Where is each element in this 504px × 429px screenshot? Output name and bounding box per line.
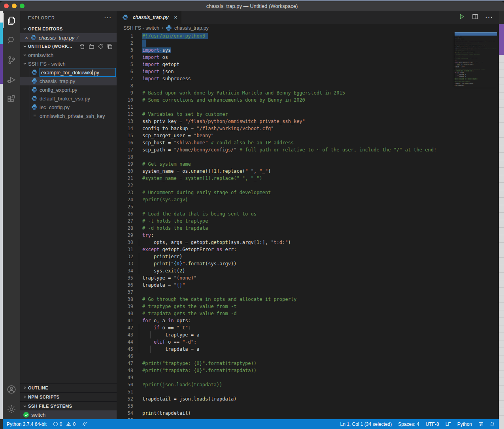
ssh-host-item[interactable]: switch bbox=[20, 410, 117, 419]
code-line-41[interactable]: 41for o, a in opts: bbox=[117, 317, 499, 324]
code-line-5[interactable]: 5import getopt bbox=[117, 61, 499, 68]
code-line-37[interactable]: 37 bbox=[117, 289, 499, 296]
code-line-11[interactable]: 11 bbox=[117, 104, 499, 111]
code-line-25[interactable]: 25 bbox=[117, 203, 499, 210]
account-icon[interactable] bbox=[3, 380, 20, 399]
code-line-45[interactable]: 45 trapdata = a bbox=[117, 346, 499, 353]
code-line-34[interactable]: 34 sys.exit(2) bbox=[117, 267, 499, 274]
breadcrumb-file[interactable]: chassis_trap.py bbox=[174, 25, 209, 31]
cursor-position[interactable]: Ln 1, Col 1 (34 selected) bbox=[340, 421, 392, 427]
minimize-window-button[interactable] bbox=[12, 4, 17, 8]
code-line-20[interactable]: 20system_name = os.uname()[1].replace(" … bbox=[117, 168, 499, 175]
code-line-38[interactable]: 38# Go through the data in opts and allo… bbox=[117, 296, 499, 303]
code-line-51[interactable]: 51 bbox=[117, 388, 499, 395]
code-line-14[interactable]: 14config_to_backup = "/flash/working/vcb… bbox=[117, 125, 499, 132]
collapse-all-icon[interactable] bbox=[107, 43, 113, 49]
minimap[interactable]: #!/usr/bin/env·python3import·sysimport o… bbox=[455, 32, 497, 87]
code-line-8[interactable]: 8 bbox=[117, 82, 499, 89]
language-mode[interactable]: Python bbox=[457, 421, 472, 427]
code-line-44[interactable]: 44 elif o == "-d": bbox=[117, 338, 499, 346]
notifications-bell-icon[interactable] bbox=[490, 421, 495, 427]
code-line-47[interactable]: 47#print("traptype: {0}".format(traptype… bbox=[117, 360, 499, 367]
code-line-26[interactable]: 26# Load the data that is being sent to … bbox=[117, 210, 499, 217]
tree-item-default-broker-vso-py[interactable]: default_broker_vso.py bbox=[20, 94, 117, 103]
sidebar-more-actions-icon[interactable]: ··· bbox=[104, 15, 112, 21]
code-line-32[interactable]: 32 print(err) bbox=[117, 253, 499, 260]
run-debug-icon[interactable] bbox=[3, 70, 20, 90]
new-folder-icon[interactable] bbox=[89, 43, 94, 49]
code-line-27[interactable]: 27# -t holds the traptype bbox=[117, 217, 499, 225]
tree-item-omniswitch[interactable]: omniswitch bbox=[20, 51, 117, 59]
breadcrumb[interactable]: SSH FS - switch › chassis_trap.py bbox=[117, 24, 499, 32]
code-line-1[interactable]: 1#!/usr/bin/env·python3 bbox=[117, 32, 499, 40]
code-area[interactable]: 1#!/usr/bin/env·python323import·sys4impo… bbox=[117, 32, 499, 419]
tree-item-omniswitch-private-ssh-key[interactable]: ≡omniswitch_private_ssh_key bbox=[20, 112, 117, 120]
code-line-46[interactable]: 46 bbox=[117, 353, 499, 360]
search-icon[interactable] bbox=[3, 30, 20, 50]
code-line-31[interactable]: 31except getopt.GetoptError as err: bbox=[117, 246, 499, 253]
run-python-file-icon[interactable] bbox=[459, 13, 465, 21]
code-line-29[interactable]: 29try: bbox=[117, 232, 499, 239]
npm-scripts-panel-header[interactable]: NPM SCRIPTS bbox=[20, 392, 117, 401]
code-line-43[interactable]: 43 traptype = a bbox=[117, 331, 499, 338]
code-line-35[interactable]: 35traptype = "(none)" bbox=[117, 274, 499, 282]
zoom-window-button[interactable] bbox=[20, 4, 25, 8]
rocket-icon[interactable] bbox=[82, 421, 87, 427]
code-line-50[interactable]: 50#print(json.loads(trapdata)) bbox=[117, 381, 499, 388]
code-line-2[interactable]: 2 bbox=[117, 40, 499, 47]
code-line-28[interactable]: 28# -d holds the trapdata bbox=[117, 225, 499, 232]
code-line-54[interactable]: 54print(trapdetail) bbox=[117, 410, 499, 417]
open-editor-item[interactable]: × chassis_trap.py / bbox=[20, 33, 117, 42]
python-interpreter-selector[interactable]: Python 3.7.4 64-bit bbox=[7, 421, 47, 427]
tree-item-iec-config-py[interactable]: iec_config.py bbox=[20, 103, 117, 112]
workspace-header[interactable]: UNTITLED (WORK... bbox=[20, 42, 117, 51]
new-file-icon[interactable] bbox=[79, 43, 85, 49]
indentation-setting[interactable]: Spaces: 4 bbox=[398, 421, 419, 427]
open-editors-header[interactable]: OPEN EDITORS bbox=[20, 25, 117, 33]
code-line-10[interactable]: 10# Some corrections and enhancements do… bbox=[117, 96, 499, 104]
code-line-48[interactable]: 48#print("trapdata: {0}".format(trapdata… bbox=[117, 367, 499, 374]
tab-chassis-trap[interactable]: chassis_trap.py × bbox=[117, 11, 181, 24]
code-line-40[interactable]: 40# trapdata gets the value from -d bbox=[117, 310, 499, 317]
editor-more-actions-icon[interactable]: ··· bbox=[485, 14, 493, 21]
refresh-icon[interactable] bbox=[98, 43, 104, 49]
code-line-39[interactable]: 39# traptype gets the value from -t bbox=[117, 303, 499, 310]
code-line-16[interactable]: 16scp_host = "shiva.home" # could also b… bbox=[117, 139, 499, 146]
code-line-33[interactable]: 33 print("{0}".format(sys.argv)) bbox=[117, 260, 499, 267]
code-line-15[interactable]: 15scp_target_user = "benny" bbox=[117, 132, 499, 139]
code-line-21[interactable]: 21#system_name = system[1].replace(" ", … bbox=[117, 175, 499, 182]
problems-indicator[interactable]: 0 0 bbox=[53, 421, 76, 427]
rename-input[interactable]: example_for_dokuwiki.py bbox=[40, 68, 116, 77]
code-line-53[interactable]: 53 bbox=[117, 403, 499, 410]
code-line-12[interactable]: 12# Variables to set by customer bbox=[117, 111, 499, 118]
source-control-icon[interactable] bbox=[3, 50, 20, 70]
tree-item-config-export-py[interactable]: config_export.py bbox=[20, 85, 117, 94]
settings-gear-icon[interactable] bbox=[3, 399, 20, 419]
code-line-30[interactable]: 30 opts, args = getopt.getopt(sys.argv[1… bbox=[117, 239, 499, 246]
code-line-19[interactable]: 19# Get system name bbox=[117, 161, 499, 168]
extensions-icon[interactable] bbox=[3, 90, 20, 110]
code-line-17[interactable]: 17scp_path = "/home/benny/configs/" # fu… bbox=[117, 146, 499, 153]
editor-scrollbar[interactable] bbox=[497, 32, 499, 419]
split-editor-icon[interactable] bbox=[472, 13, 478, 21]
breadcrumb-folder[interactable]: SSH FS - switch bbox=[123, 25, 159, 31]
code-line-22[interactable]: 22 bbox=[117, 182, 499, 189]
code-line-52[interactable]: 52trapdetail = json.loads(trapdata) bbox=[117, 395, 499, 403]
tree-item-ssh-fs-switch[interactable]: SSH FS - switch bbox=[20, 59, 117, 68]
eol-setting[interactable]: LF bbox=[445, 421, 451, 427]
ssh-file-systems-panel-header[interactable]: SSH FILE SYSTEMS bbox=[20, 401, 117, 410]
close-window-button[interactable] bbox=[4, 4, 9, 8]
tree-item-chassis-trap-py[interactable]: chassis_trap.py bbox=[20, 77, 117, 85]
code-line-23[interactable]: 23# Uncomment during early stage of deve… bbox=[117, 189, 499, 196]
code-line-24[interactable]: 24#print(sys.argv) bbox=[117, 196, 499, 203]
close-tab-icon[interactable]: × bbox=[174, 14, 177, 21]
code-line-49[interactable]: 49 bbox=[117, 374, 499, 381]
titlebar[interactable]: chassis_trap.py — Untitled (Workspace) bbox=[0, 1, 504, 11]
code-line-3[interactable]: 3import·sys bbox=[117, 47, 499, 54]
code-line-4[interactable]: 4import os bbox=[117, 54, 499, 61]
outline-panel-header[interactable]: OUTLINE bbox=[20, 383, 117, 392]
close-icon[interactable]: × bbox=[23, 35, 30, 41]
code-line-9[interactable]: 9# Based upon work done by Patricio Mart… bbox=[117, 89, 499, 96]
explorer-icon[interactable] bbox=[3, 11, 20, 30]
tree-item-example-for-dokuwiki[interactable]: example_for_dokuwiki.py bbox=[20, 68, 117, 77]
